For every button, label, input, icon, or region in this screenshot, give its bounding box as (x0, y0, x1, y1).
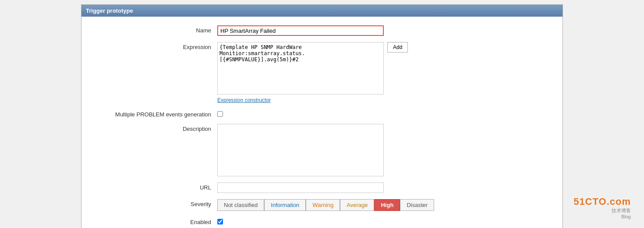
expression-label: Expression (95, 42, 217, 50)
severity-row: Severity Not classified Information Warn… (95, 199, 549, 211)
severity-not-classified[interactable]: Not classified (217, 199, 264, 211)
multiple-events-checkbox[interactable] (217, 111, 223, 117)
severity-high[interactable]: High (374, 199, 400, 211)
severity-control-wrap: Not classified Information Warning Avera… (217, 199, 549, 211)
url-control-wrap (217, 182, 549, 193)
enabled-checkbox[interactable] (217, 219, 223, 224)
description-control-wrap (217, 124, 549, 176)
form-body: Name Expression Add Expression construct… (81, 17, 563, 228)
multiple-events-label: Multiple PROBLEM events generation (95, 109, 217, 118)
multiple-events-control (217, 109, 549, 117)
trigger-prototype-window: Trigger prototype Name Expression Add Ex… (81, 4, 563, 228)
severity-buttons: Not classified Information Warning Avera… (217, 199, 434, 211)
description-textarea[interactable] (217, 124, 384, 176)
multiple-events-row: Multiple PROBLEM events generation (95, 109, 549, 118)
add-button[interactable]: Add (387, 42, 408, 53)
watermark-sub2: Blog (573, 214, 631, 219)
enabled-row: Enabled (95, 217, 549, 225)
severity-information[interactable]: Information (264, 199, 306, 211)
expression-top: Add (217, 42, 408, 95)
watermark-sub1: 技术博客 (573, 207, 631, 214)
url-row: URL (95, 182, 549, 193)
description-row: Description (95, 124, 549, 176)
description-label: Description (95, 124, 217, 132)
severity-average[interactable]: Average (340, 199, 374, 211)
enabled-label: Enabled (95, 217, 217, 225)
severity-label: Severity (95, 199, 217, 207)
watermark-site: 51CTO.com (573, 196, 631, 207)
severity-disaster[interactable]: Disaster (400, 199, 434, 211)
url-label: URL (95, 182, 217, 191)
url-input[interactable] (217, 182, 384, 193)
window-title-bar: Trigger prototype (81, 5, 563, 17)
enabled-control-wrap (217, 217, 549, 224)
expression-control-wrap: Add Expression constructor (217, 42, 549, 103)
expression-textarea[interactable] (217, 42, 384, 95)
watermark: 51CTO.com 技术博客 Blog (573, 196, 631, 219)
expression-constructor-link[interactable]: Expression constructor (217, 97, 271, 103)
name-control-wrap (217, 25, 549, 36)
name-label: Name (95, 25, 217, 34)
name-input[interactable] (217, 25, 384, 36)
name-row: Name (95, 25, 549, 36)
window-title: Trigger prototype (86, 7, 133, 14)
expression-row: Expression Add Expression constructor (95, 42, 549, 103)
severity-warning[interactable]: Warning (306, 199, 340, 211)
